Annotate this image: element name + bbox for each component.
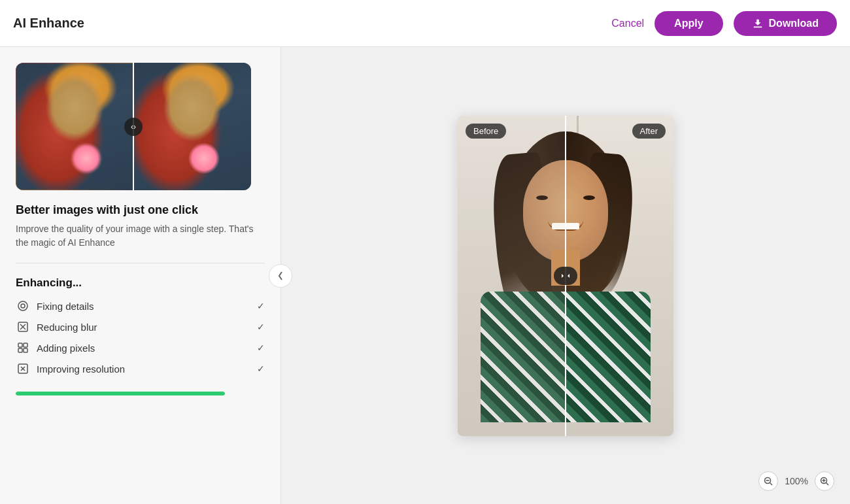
main-content: ‹› Better images with just one click Imp… <box>0 47 850 504</box>
description-text: Improve the quality of your image with a… <box>16 222 265 250</box>
preview-split: ‹› <box>16 63 251 190</box>
before-label: Before <box>466 124 506 139</box>
image-comparison[interactable]: Before After <box>458 116 673 436</box>
right-panel: Before After 100% <box>281 47 850 504</box>
page-title: AI Enhance <box>13 16 84 31</box>
svg-point-0 <box>18 301 27 311</box>
check-icon: ✓ <box>257 343 265 353</box>
after-label: After <box>632 124 666 139</box>
comparison-handle[interactable] <box>554 267 577 285</box>
enhance-item-label: Adding pixels <box>37 343 95 354</box>
collapse-panel-button[interactable] <box>269 264 292 288</box>
check-icon: ✓ <box>257 301 265 311</box>
check-icon: ✓ <box>257 363 265 374</box>
check-icon: ✓ <box>257 322 265 332</box>
description-title: Better images with just one click <box>16 203 265 217</box>
zoom-in-button[interactable] <box>815 471 834 491</box>
svg-line-11 <box>770 483 773 486</box>
list-item: Adding pixels ✓ <box>16 341 265 355</box>
enhance-item-label: Fixing details <box>37 301 94 312</box>
improving-resolution-icon <box>16 361 30 376</box>
adding-pixels-icon <box>16 341 30 355</box>
header: AI Enhance Cancel Apply Download <box>0 0 850 47</box>
left-panel: ‹› Better images with just one click Imp… <box>0 47 281 504</box>
progress-bar-fill <box>16 392 225 395</box>
header-actions: Cancel Apply Download <box>611 11 837 36</box>
zoom-out-button[interactable] <box>758 471 778 491</box>
svg-line-14 <box>826 483 829 486</box>
svg-rect-7 <box>18 348 22 352</box>
apply-button[interactable]: Apply <box>654 11 722 36</box>
before-overlay <box>458 116 566 436</box>
preview-before <box>16 63 133 190</box>
right-eye <box>583 195 595 200</box>
cancel-button[interactable]: Cancel <box>611 18 644 29</box>
preview-slider-handle[interactable]: ‹› <box>124 118 143 136</box>
svg-rect-6 <box>24 343 27 347</box>
divider <box>16 263 265 263</box>
enhance-item-label: Reducing blur <box>37 322 97 333</box>
list-item: Reducing blur ✓ <box>16 320 265 334</box>
list-item: Improving resolution ✓ <box>16 361 265 376</box>
svg-rect-5 <box>18 343 22 347</box>
zoom-level: 100% <box>785 476 808 486</box>
enhance-item-label: Improving resolution <box>37 363 125 375</box>
enhance-list: Fixing details ✓ Reducing blur ✓ <box>16 299 265 376</box>
fixing-details-icon <box>16 299 30 313</box>
preview-image: ‹› <box>16 63 251 190</box>
zoom-controls: 100% <box>758 471 834 491</box>
download-button[interactable]: Download <box>734 11 837 36</box>
list-item: Fixing details ✓ <box>16 299 265 313</box>
svg-point-1 <box>21 304 25 308</box>
preview-after <box>133 63 251 190</box>
download-icon <box>752 18 764 29</box>
reducing-blur-icon <box>16 320 30 334</box>
enhancing-title: Enhancing... <box>16 277 265 290</box>
progress-bar <box>16 392 225 395</box>
svg-rect-8 <box>24 348 27 352</box>
